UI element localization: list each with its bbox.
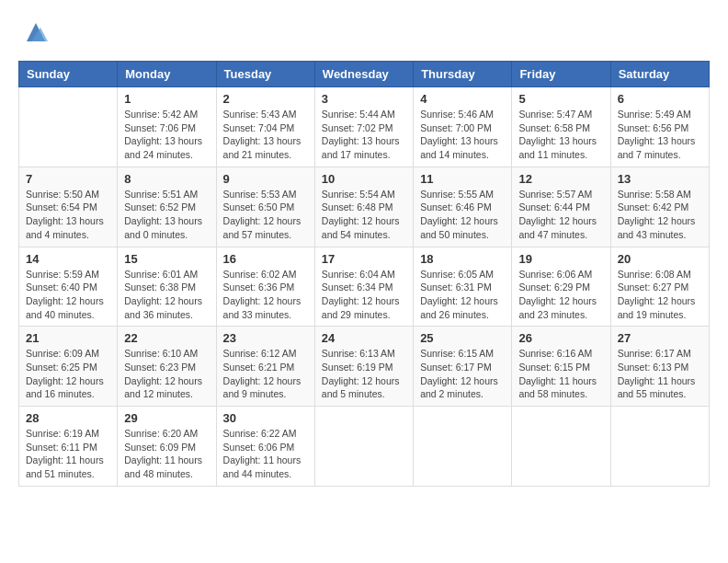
calendar-cell: 18Sunrise: 6:05 AMSunset: 6:31 PMDayligh… [414,247,512,327]
day-number: 10 [322,172,406,186]
day-number: 13 [618,172,702,186]
day-number: 22 [124,331,209,345]
day-info: Sunrise: 5:42 AMSunset: 7:06 PMDaylight:… [124,108,209,162]
day-info: Sunrise: 5:53 AMSunset: 6:50 PMDaylight:… [223,188,308,242]
calendar-header-monday: Monday [118,62,216,87]
day-info: Sunrise: 5:54 AMSunset: 6:48 PMDaylight:… [322,188,406,242]
day-info: Sunrise: 5:55 AMSunset: 6:46 PMDaylight:… [420,188,505,242]
calendar-cell: 27Sunrise: 6:17 AMSunset: 6:13 PMDayligh… [610,327,709,407]
day-info: Sunrise: 5:57 AMSunset: 6:44 PMDaylight:… [518,188,603,242]
day-info: Sunrise: 5:50 AMSunset: 6:54 PMDaylight:… [26,188,110,242]
calendar-header-sunday: Sunday [19,62,118,87]
calendar-cell: 16Sunrise: 6:02 AMSunset: 6:36 PMDayligh… [216,247,314,327]
day-number: 16 [223,252,308,266]
day-info: Sunrise: 6:12 AMSunset: 6:21 PMDaylight:… [223,347,308,401]
calendar-cell [512,407,610,487]
day-number: 9 [223,172,308,186]
day-info: Sunrise: 6:09 AMSunset: 6:25 PMDaylight:… [26,347,110,401]
day-info: Sunrise: 5:59 AMSunset: 6:40 PMDaylight:… [26,268,110,322]
calendar-cell: 4Sunrise: 5:46 AMSunset: 7:00 PMDaylight… [414,87,512,167]
day-number: 5 [518,92,603,106]
calendar-cell: 20Sunrise: 6:08 AMSunset: 6:27 PMDayligh… [610,247,709,327]
calendar-header-row: SundayMondayTuesdayWednesdayThursdayFrid… [19,62,710,87]
day-number: 28 [26,411,110,425]
calendar-cell: 5Sunrise: 5:47 AMSunset: 6:58 PMDaylight… [512,87,610,167]
day-number: 8 [124,172,209,186]
calendar-cell: 7Sunrise: 5:50 AMSunset: 6:54 PMDaylight… [19,167,118,247]
day-number: 3 [322,92,406,106]
day-number: 29 [124,411,209,425]
calendar-cell: 23Sunrise: 6:12 AMSunset: 6:21 PMDayligh… [216,327,314,407]
calendar-cell: 29Sunrise: 6:20 AMSunset: 6:09 PMDayligh… [118,407,216,487]
day-info: Sunrise: 5:47 AMSunset: 6:58 PMDaylight:… [518,108,603,162]
day-info: Sunrise: 5:51 AMSunset: 6:52 PMDaylight:… [124,188,209,242]
day-number: 14 [26,252,110,266]
logo [18,18,50,46]
calendar-header-saturday: Saturday [610,62,709,87]
day-number: 6 [618,92,702,106]
day-number: 12 [518,172,603,186]
day-info: Sunrise: 6:17 AMSunset: 6:13 PMDaylight:… [618,347,702,401]
day-number: 17 [322,252,406,266]
day-info: Sunrise: 6:19 AMSunset: 6:11 PMDaylight:… [26,427,110,481]
calendar-cell: 19Sunrise: 6:06 AMSunset: 6:29 PMDayligh… [512,247,610,327]
day-info: Sunrise: 6:01 AMSunset: 6:38 PMDaylight:… [124,268,209,322]
day-number: 23 [223,331,308,345]
calendar-header-thursday: Thursday [414,62,512,87]
calendar-cell: 10Sunrise: 5:54 AMSunset: 6:48 PMDayligh… [314,167,413,247]
calendar-cell: 15Sunrise: 6:01 AMSunset: 6:38 PMDayligh… [118,247,216,327]
calendar-cell: 11Sunrise: 5:55 AMSunset: 6:46 PMDayligh… [414,167,512,247]
calendar-cell: 14Sunrise: 5:59 AMSunset: 6:40 PMDayligh… [19,247,118,327]
calendar-header-friday: Friday [512,62,610,87]
calendar-week-4: 21Sunrise: 6:09 AMSunset: 6:25 PMDayligh… [19,327,710,407]
day-info: Sunrise: 6:08 AMSunset: 6:27 PMDaylight:… [618,268,702,322]
calendar-cell [314,407,413,487]
day-number: 26 [518,331,603,345]
page-header [18,18,710,46]
day-info: Sunrise: 6:10 AMSunset: 6:23 PMDaylight:… [124,347,209,401]
day-number: 30 [223,411,308,425]
calendar-cell [19,87,118,167]
day-number: 18 [420,252,505,266]
day-info: Sunrise: 6:06 AMSunset: 6:29 PMDaylight:… [518,268,603,322]
calendar-cell: 8Sunrise: 5:51 AMSunset: 6:52 PMDaylight… [118,167,216,247]
day-number: 7 [26,172,110,186]
day-info: Sunrise: 5:44 AMSunset: 7:02 PMDaylight:… [322,108,406,162]
calendar-header-wednesday: Wednesday [314,62,413,87]
day-info: Sunrise: 5:43 AMSunset: 7:04 PMDaylight:… [223,108,308,162]
day-info: Sunrise: 5:58 AMSunset: 6:42 PMDaylight:… [618,188,702,242]
calendar-cell: 9Sunrise: 5:53 AMSunset: 6:50 PMDaylight… [216,167,314,247]
day-info: Sunrise: 5:49 AMSunset: 6:56 PMDaylight:… [618,108,702,162]
calendar-cell: 3Sunrise: 5:44 AMSunset: 7:02 PMDaylight… [314,87,413,167]
logo-icon [22,18,50,46]
calendar-cell: 2Sunrise: 5:43 AMSunset: 7:04 PMDaylight… [216,87,314,167]
calendar-cell: 12Sunrise: 5:57 AMSunset: 6:44 PMDayligh… [512,167,610,247]
day-number: 2 [223,92,308,106]
calendar-cell: 28Sunrise: 6:19 AMSunset: 6:11 PMDayligh… [19,407,118,487]
day-info: Sunrise: 6:04 AMSunset: 6:34 PMDaylight:… [322,268,406,322]
day-number: 27 [618,331,702,345]
day-info: Sunrise: 5:46 AMSunset: 7:00 PMDaylight:… [420,108,505,162]
calendar-cell: 13Sunrise: 5:58 AMSunset: 6:42 PMDayligh… [610,167,709,247]
day-number: 15 [124,252,209,266]
calendar-cell: 17Sunrise: 6:04 AMSunset: 6:34 PMDayligh… [314,247,413,327]
calendar-cell: 25Sunrise: 6:15 AMSunset: 6:17 PMDayligh… [414,327,512,407]
calendar-cell: 24Sunrise: 6:13 AMSunset: 6:19 PMDayligh… [314,327,413,407]
day-number: 4 [420,92,505,106]
calendar-cell: 21Sunrise: 6:09 AMSunset: 6:25 PMDayligh… [19,327,118,407]
day-number: 1 [124,92,209,106]
day-info: Sunrise: 6:15 AMSunset: 6:17 PMDaylight:… [420,347,505,401]
day-info: Sunrise: 6:02 AMSunset: 6:36 PMDaylight:… [223,268,308,322]
calendar-cell: 1Sunrise: 5:42 AMSunset: 7:06 PMDaylight… [118,87,216,167]
calendar-cell: 26Sunrise: 6:16 AMSunset: 6:15 PMDayligh… [512,327,610,407]
calendar-cell [414,407,512,487]
day-number: 21 [26,331,110,345]
calendar-cell: 22Sunrise: 6:10 AMSunset: 6:23 PMDayligh… [118,327,216,407]
day-info: Sunrise: 6:16 AMSunset: 6:15 PMDaylight:… [518,347,603,401]
day-number: 20 [618,252,702,266]
calendar-table: SundayMondayTuesdayWednesdayThursdayFrid… [18,61,710,487]
day-info: Sunrise: 6:05 AMSunset: 6:31 PMDaylight:… [420,268,505,322]
day-number: 25 [420,331,505,345]
day-info: Sunrise: 6:13 AMSunset: 6:19 PMDaylight:… [322,347,406,401]
calendar-week-5: 28Sunrise: 6:19 AMSunset: 6:11 PMDayligh… [19,407,710,487]
